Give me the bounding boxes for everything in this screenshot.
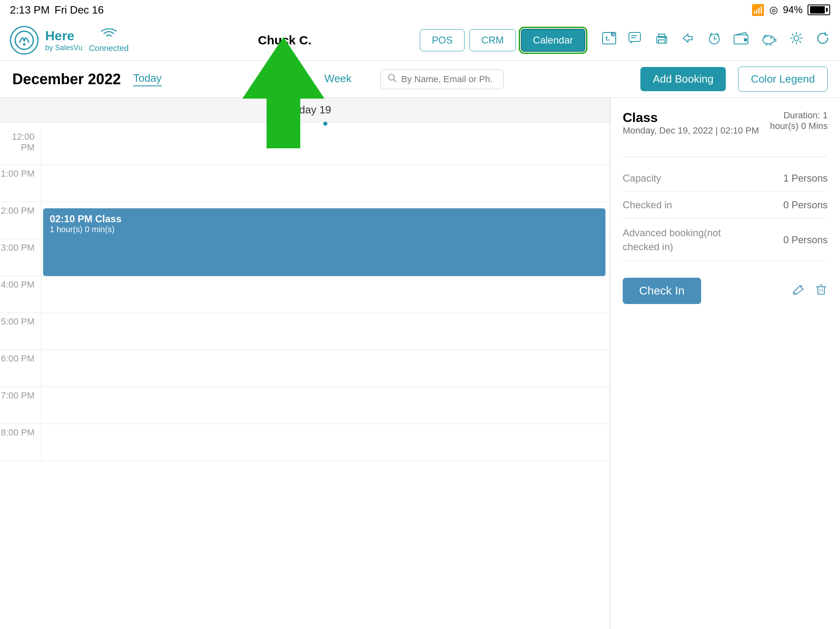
time-label-700: 7:00 PM [0, 387, 41, 424]
panel-date: Monday, Dec 19, 2022 | 02:10 PM [623, 125, 759, 136]
time-label-800: 8:00 PM [0, 424, 41, 461]
panel-class-title: Class [623, 110, 759, 125]
calendar-header: December 2022 Today Day Week Add Booking… [0, 61, 840, 98]
piggy-icon[interactable] [761, 31, 778, 49]
logo-text: Here by SalesVu [45, 28, 82, 52]
logo-area: Here by SalesVu Connected [10, 26, 141, 55]
printer-icon[interactable] [654, 31, 669, 49]
settings-icon[interactable] [789, 31, 804, 49]
capacity-value: 1 Persons [783, 173, 828, 184]
chat-icon[interactable] [628, 31, 643, 49]
search-icon [387, 73, 397, 85]
time-display: 2:13 PM [10, 4, 50, 16]
edit-button[interactable] [792, 283, 805, 299]
delete-button[interactable] [815, 283, 828, 299]
alarm-icon[interactable] [707, 31, 722, 49]
nav-buttons: POS CRM Calendar [420, 29, 585, 52]
panel-left: Class Monday, Dec 19, 2022 | 02:10 PM [623, 110, 759, 148]
day-header: Monday 19 [0, 98, 610, 122]
svg-point-22 [794, 36, 799, 41]
time-slot-1200 [41, 128, 610, 165]
status-left: 2:13 PM Fri Dec 16 [10, 4, 104, 16]
time-label-300: 3:00 PM [0, 239, 41, 276]
connected-label: Connected [89, 44, 129, 53]
checked-in-label: Checked in [623, 199, 672, 211]
time-label-600: 6:00 PM [0, 350, 41, 387]
event-duration-label: 1 hour(s) 0 min(s) [50, 225, 599, 234]
panel-duration-line1: Duration: 1 [770, 110, 828, 121]
panel-duration: Duration: 1 hour(s) 0 Mins [770, 110, 828, 131]
wifi-icon: 📶 [751, 4, 764, 16]
main-content: Monday 19 12:00 PM 1:00 PM 2:00 PM [0, 98, 840, 629]
status-right: 📶 ◎ 94% [751, 4, 830, 16]
logo-here-text: Here [45, 28, 82, 44]
time-row: 4:00 PM [0, 276, 610, 313]
user-name: Chuck C. [158, 33, 412, 47]
svg-rect-11 [658, 40, 665, 43]
panel-actions: Check In [623, 278, 828, 304]
capacity-label: Capacity [623, 173, 661, 184]
search-box[interactable] [380, 69, 504, 89]
battery-icon [808, 5, 830, 15]
wifi-area: Connected [89, 27, 129, 53]
time-row: 6:00 PM [0, 350, 610, 387]
calendar-button[interactable]: Calendar [521, 29, 585, 52]
svg-rect-6 [629, 32, 640, 41]
advanced-booking-value: 0 Persons [783, 234, 828, 246]
toolbar-icons: t. ⚙ [602, 31, 830, 49]
time-row: 3:00 PM [0, 239, 610, 276]
nav-bar: Here by SalesVu Connected Chuck C. POS C… [0, 20, 840, 61]
time-label-200: 2:00 PM [0, 202, 41, 239]
month-title: December 2022 [12, 71, 121, 88]
today-button[interactable]: Today [133, 72, 161, 86]
time-row: 2:00 PM 02:10 PM Class 1 hour(s) 0 min(s… [0, 202, 610, 239]
event-title: 02:10 PM Class [50, 213, 599, 225]
panel-duration-line2: hour(s) 0 Mins [770, 121, 828, 131]
time-slot-700 [41, 387, 610, 424]
panel-divider-1 [623, 157, 828, 157]
time-slot-800 [41, 424, 610, 461]
checked-in-value: 0 Persons [783, 199, 828, 211]
textbox-icon[interactable]: t. ⚙ [602, 31, 617, 49]
add-booking-button[interactable]: Add Booking [640, 67, 725, 91]
panel-row-advanced-booking: Advanced booking(not checked in) 0 Perso… [623, 219, 828, 261]
time-row: 1:00 PM [0, 165, 610, 202]
svg-point-1 [23, 43, 25, 46]
time-slot-600 [41, 350, 610, 387]
date-display: Fri Dec 16 [55, 4, 104, 16]
svg-point-21 [770, 37, 772, 39]
search-input[interactable] [401, 74, 492, 85]
crm-button[interactable]: CRM [469, 29, 516, 51]
svg-point-19 [744, 38, 747, 41]
action-icons [792, 283, 828, 299]
panel-row-capacity: Capacity 1 Persons [623, 165, 828, 192]
time-row: 12:00 PM [0, 128, 610, 165]
time-slot-300 [41, 239, 610, 276]
svg-rect-26 [818, 287, 824, 294]
day-view-tab[interactable]: Day [256, 68, 308, 90]
time-slot-400 [41, 276, 610, 313]
wifi-signal-icon [101, 27, 117, 43]
refresh-icon[interactable] [815, 31, 830, 49]
svg-point-12 [665, 37, 666, 39]
wallet-icon[interactable] [733, 31, 750, 49]
time-label-100: 1:00 PM [0, 165, 41, 202]
time-slot-200: 02:10 PM Class 1 hour(s) 0 min(s) [41, 202, 610, 239]
right-panel: Class Monday, Dec 19, 2022 | 02:10 PM Du… [610, 98, 840, 629]
target-icon: ◎ [769, 4, 778, 16]
time-slot-100 [41, 165, 610, 202]
check-in-button[interactable]: Check In [623, 278, 701, 304]
pos-button[interactable]: POS [420, 29, 465, 51]
time-label-1200: 12:00 PM [0, 128, 41, 165]
reply-icon[interactable] [681, 31, 695, 49]
color-legend-button[interactable]: Color Legend [738, 67, 828, 92]
time-label-400: 4:00 PM [0, 276, 41, 313]
time-label-500: 5:00 PM [0, 313, 41, 350]
svg-text:⚙: ⚙ [612, 32, 616, 37]
panel-row-checked-in: Checked in 0 Persons [623, 192, 828, 219]
week-view-tab[interactable]: Week [308, 68, 368, 90]
advanced-booking-label: Advanced booking(not checked in) [623, 226, 746, 253]
time-row: 5:00 PM [0, 313, 610, 350]
logo-by-text: by SalesVu [45, 44, 82, 52]
calendar-area: Monday 19 12:00 PM 1:00 PM 2:00 PM [0, 98, 610, 629]
